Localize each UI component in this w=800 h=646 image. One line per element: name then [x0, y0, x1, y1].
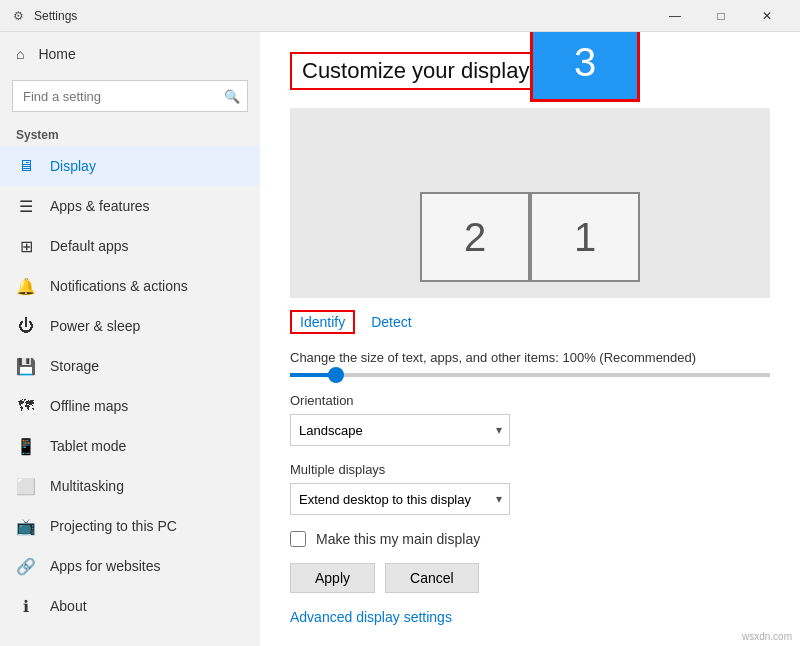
sidebar-item-apps-websites[interactable]: 🔗 Apps for websites: [0, 546, 260, 586]
sidebar: ⌂ Home 🔍 System 🖥 Display ☰ Apps & featu…: [0, 32, 260, 646]
sidebar-item-tablet-label: Tablet mode: [50, 438, 126, 454]
sidebar-item-websites-label: Apps for websites: [50, 558, 161, 574]
home-label: Home: [38, 46, 75, 62]
sidebar-item-maps-label: Offline maps: [50, 398, 128, 414]
watermark: wsxdn.com: [742, 631, 792, 642]
sidebar-item-display[interactable]: 🖥 Display: [0, 146, 260, 186]
identify-detect-row: Identify Detect: [290, 310, 770, 334]
home-icon: ⌂: [16, 46, 24, 62]
monitor-3[interactable]: 3: [530, 32, 640, 102]
multiple-displays-label: Multiple displays: [290, 462, 770, 477]
sidebar-item-multitasking-label: Multitasking: [50, 478, 124, 494]
monitor-2[interactable]: 2: [420, 192, 530, 282]
sidebar-item-power-label: Power & sleep: [50, 318, 140, 334]
main-display-checkbox[interactable]: [290, 531, 306, 547]
multitasking-icon: ⬜: [16, 476, 36, 496]
sidebar-item-display-label: Display: [50, 158, 96, 174]
title-bar-controls: — □ ✕: [652, 0, 790, 32]
orientation-label: Orientation: [290, 393, 770, 408]
monitor-3-label: 3: [574, 40, 596, 85]
sidebar-item-projecting[interactable]: 📺 Projecting to this PC: [0, 506, 260, 546]
app-body: ⌂ Home 🔍 System 🖥 Display ☰ Apps & featu…: [0, 32, 800, 646]
minimize-button[interactable]: —: [652, 0, 698, 32]
multiple-displays-select[interactable]: Extend desktop to this display Duplicate…: [290, 483, 510, 515]
default-apps-icon: ⊞: [16, 236, 36, 256]
title-bar-title: Settings: [34, 9, 77, 23]
orientation-select[interactable]: Landscape Portrait Landscape (flipped) P…: [290, 414, 510, 446]
settings-icon: ⚙: [10, 8, 26, 24]
sidebar-item-about[interactable]: ℹ About: [0, 586, 260, 626]
button-row: Apply Cancel: [290, 563, 770, 593]
close-button[interactable]: ✕: [744, 0, 790, 32]
apps-features-icon: ☰: [16, 196, 36, 216]
about-icon: ℹ: [16, 596, 36, 616]
sidebar-item-multitasking[interactable]: ⬜ Multitasking: [0, 466, 260, 506]
sidebar-item-offline-maps[interactable]: 🗺 Offline maps: [0, 386, 260, 426]
sidebar-item-notifications-label: Notifications & actions: [50, 278, 188, 294]
multiple-displays-dropdown-wrapper: Extend desktop to this display Duplicate…: [290, 483, 510, 515]
text-size-container: Change the size of text, apps, and other…: [290, 350, 770, 377]
sidebar-item-storage-label: Storage: [50, 358, 99, 374]
projecting-icon: 📺: [16, 516, 36, 536]
sidebar-item-projecting-label: Projecting to this PC: [50, 518, 177, 534]
text-size-slider-track[interactable]: [290, 373, 770, 377]
display-preview: 2 3 1: [290, 108, 770, 298]
display-icon: 🖥: [16, 156, 36, 176]
tablet-icon: 📱: [16, 436, 36, 456]
sidebar-item-storage[interactable]: 💾 Storage: [0, 346, 260, 386]
search-input[interactable]: [12, 80, 248, 112]
monitor-2-label: 2: [464, 215, 486, 260]
sidebar-item-tablet-mode[interactable]: 📱 Tablet mode: [0, 426, 260, 466]
sidebar-item-apps-features-label: Apps & features: [50, 198, 150, 214]
power-icon: ⏻: [16, 316, 36, 336]
title-bar: ⚙ Settings — □ ✕: [0, 0, 800, 32]
websites-icon: 🔗: [16, 556, 36, 576]
sidebar-search-container: 🔍: [12, 80, 248, 112]
multiple-displays-group: Multiple displays Extend desktop to this…: [290, 462, 770, 515]
orientation-dropdown-wrapper: Landscape Portrait Landscape (flipped) P…: [290, 414, 510, 446]
main-display-label[interactable]: Make this my main display: [316, 531, 480, 547]
monitor-1[interactable]: 1: [530, 192, 640, 282]
orientation-group: Orientation Landscape Portrait Landscape…: [290, 393, 770, 446]
sidebar-item-apps-features[interactable]: ☰ Apps & features: [0, 186, 260, 226]
identify-button[interactable]: Identify: [290, 310, 355, 334]
monitor-1-label: 1: [574, 215, 596, 260]
sidebar-item-notifications[interactable]: 🔔 Notifications & actions: [0, 266, 260, 306]
monitors-right: 3 1: [530, 32, 640, 282]
maximize-button[interactable]: □: [698, 0, 744, 32]
sidebar-item-home[interactable]: ⌂ Home: [0, 32, 260, 76]
main-content: Customize your display 2 3 1: [260, 32, 800, 646]
advanced-display-link[interactable]: Advanced display settings: [290, 609, 452, 625]
detect-button[interactable]: Detect: [371, 314, 411, 330]
notifications-icon: 🔔: [16, 276, 36, 296]
sidebar-section-label: System: [0, 120, 260, 146]
sidebar-item-default-apps-label: Default apps: [50, 238, 129, 254]
text-size-label: Change the size of text, apps, and other…: [290, 350, 770, 365]
cancel-button[interactable]: Cancel: [385, 563, 479, 593]
maps-icon: 🗺: [16, 396, 36, 416]
main-display-row: Make this my main display: [290, 531, 770, 547]
search-icon: 🔍: [224, 89, 240, 104]
slider-thumb[interactable]: [328, 367, 344, 383]
apply-button[interactable]: Apply: [290, 563, 375, 593]
monitor-grid: 2 3 1: [420, 32, 640, 282]
storage-icon: 💾: [16, 356, 36, 376]
sidebar-item-default-apps[interactable]: ⊞ Default apps: [0, 226, 260, 266]
sidebar-item-power-sleep[interactable]: ⏻ Power & sleep: [0, 306, 260, 346]
sidebar-item-about-label: About: [50, 598, 87, 614]
title-bar-left: ⚙ Settings: [10, 8, 77, 24]
